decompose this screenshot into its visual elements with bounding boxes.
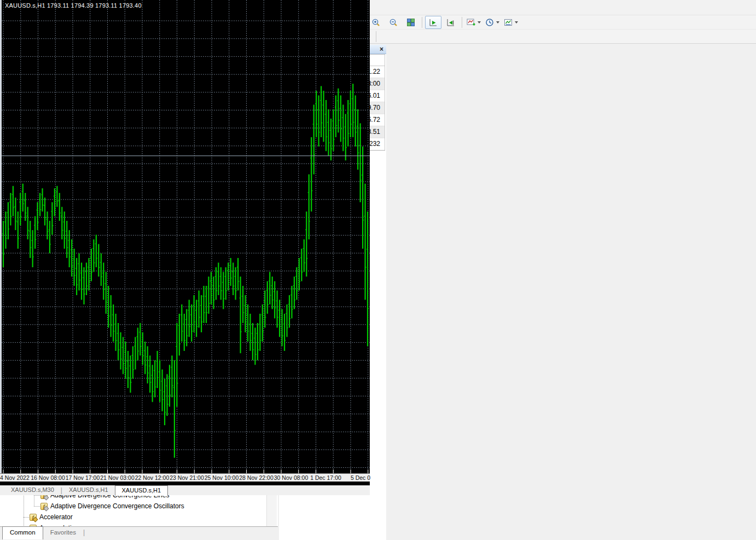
tile-windows-icon <box>406 18 415 27</box>
tree-guide-line <box>34 506 40 507</box>
close-icon[interactable]: × <box>380 45 383 54</box>
navigator-item-label: Accelerator <box>39 513 73 521</box>
mt4-terminal: FileViewInsertChartsToolsWindowHelp New … <box>0 0 756 540</box>
indicator-function-icon: f <box>30 514 37 521</box>
chart-tab-0[interactable]: XAUUSD.s,M30 <box>4 485 61 495</box>
indicator-function-icon: f <box>40 503 48 510</box>
tree-guide-line <box>34 495 40 496</box>
time-axis-label: 14 Nov 2022 <box>0 474 30 481</box>
time-axis-label: 22 Nov 12:00 <box>135 474 169 481</box>
auto-scroll-icon <box>429 18 438 27</box>
chevron-down-icon <box>496 21 499 24</box>
zoom-out-button[interactable] <box>385 16 402 29</box>
time-axis-label: 25 Nov 10:00 <box>205 474 239 481</box>
time-axis-label: 1 Dec 17:00 <box>310 474 341 481</box>
indicators-icon <box>467 18 475 27</box>
navigator-item-accumulation[interactable]: fAccumulation <box>30 523 79 526</box>
tree-guide-line <box>24 517 29 518</box>
time-axis-label: 28 Nov 22:00 <box>239 474 273 481</box>
toolbar-separator <box>462 17 462 28</box>
time-axis-label: 5 Dec 0 <box>351 474 370 481</box>
toolbar-separator <box>376 31 376 42</box>
navigator-tabs: CommonFavorites| <box>0 526 278 540</box>
time-axis: 14 Nov 202216 Nov 08:0017 Nov 17:0021 No… <box>0 473 370 482</box>
time-axis-label: 23 Nov 21:00 <box>170 474 203 481</box>
navigator-item-adaptive-divergence-convergence-oscillators[interactable]: fAdaptive Divergence Convergence Oscilla… <box>40 501 184 512</box>
chart-shift-button[interactable] <box>443 16 459 29</box>
toolbar-separator <box>422 17 422 28</box>
time-axis-label: 30 Nov 08:00 <box>274 474 308 481</box>
periods-icon <box>485 18 494 27</box>
chart-tab-bar: XAUUSD.s,M30|XAUUSD.s,H1XAUUSD.s,H1 <box>0 485 370 495</box>
chevron-down-icon <box>515 21 518 24</box>
navigator-tab-favorites[interactable]: Favorites <box>43 527 83 538</box>
time-axis-label: 16 Nov 08:00 <box>31 474 65 481</box>
auto-scroll-button[interactable] <box>425 16 441 29</box>
templates-button[interactable] <box>502 16 520 29</box>
periods-button[interactable] <box>484 16 501 29</box>
chart-info-line: XAUUSD.s,H1 1793.11 1794.39 1793.11 1793… <box>5 2 142 9</box>
price-chart[interactable] <box>0 0 370 473</box>
chart-tab-1[interactable]: XAUUSD.s,H1 <box>62 485 115 495</box>
templates-icon <box>504 18 513 27</box>
tab-separator: | <box>83 527 85 538</box>
tile-windows-button[interactable] <box>403 16 419 29</box>
chart-shift-icon <box>446 18 455 27</box>
navigator-item-label: Adaptive Divergence Convergence Oscillat… <box>50 502 184 510</box>
chart-bottom-edge <box>0 482 370 485</box>
chart-window: XAUUSD.s,H1 1793.11 1794.39 1793.11 1793… <box>0 0 370 495</box>
chevron-down-icon <box>478 21 481 24</box>
navigator-item-accelerator[interactable]: fAccelerator <box>30 512 73 523</box>
time-axis-label: 21 Nov 03:00 <box>100 474 134 481</box>
time-axis-label: 17 Nov 17:00 <box>66 474 100 481</box>
navigator-tab-common[interactable]: Common <box>2 526 43 539</box>
zoom-in-button[interactable] <box>368 16 384 29</box>
zoom-in-icon <box>371 18 380 27</box>
chart-tab-2[interactable]: XAUUSD.s,H1 <box>115 485 168 496</box>
indicators-button[interactable] <box>465 16 482 29</box>
zoom-out-icon <box>389 18 398 27</box>
